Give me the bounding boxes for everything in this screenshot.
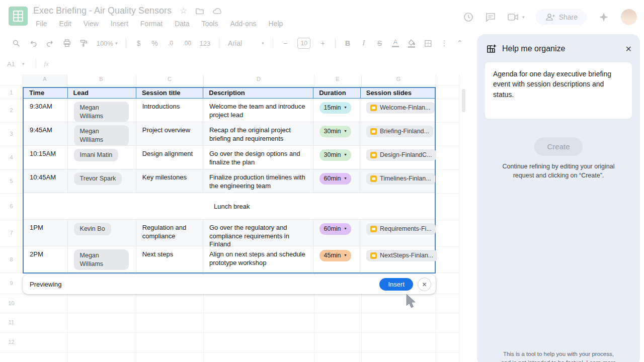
table-header-cell[interactable]: Session title: [136, 88, 203, 98]
slides-file-name: Briefing-Finland...: [380, 127, 429, 136]
session-title-cell: Project overview: [136, 122, 203, 145]
time-cell: 2PM: [24, 246, 68, 273]
refine-hint: Continue refining by editing your origin…: [495, 162, 622, 180]
table-header-cell[interactable]: Lead: [68, 88, 136, 98]
time-cell: 10:15AM: [24, 146, 68, 169]
duration-value: 60min: [324, 225, 341, 233]
slides-cell: Welcome-Finlan...: [360, 99, 435, 122]
create-button[interactable]: Create: [534, 137, 582, 156]
slides-cell: Design-FinlandC...: [360, 146, 435, 169]
slides-file-name: Design-FinlandC...: [380, 151, 432, 159]
table-header-cell[interactable]: Description: [203, 88, 313, 98]
description-cell: Welcome the team and introduce project l…: [203, 99, 313, 122]
person-chip[interactable]: Trevor Spark: [74, 172, 122, 185]
person-chip[interactable]: Megan Williams: [74, 102, 129, 122]
lead-cell: Imani Matin: [68, 146, 136, 169]
slides-file-name: Requirements-Fi...: [380, 225, 432, 233]
duration-dropdown-chip[interactable]: 30min▾: [319, 126, 351, 137]
lunch-break-cell: Lunch break: [24, 193, 435, 219]
person-chip[interactable]: Megan Williams: [74, 125, 129, 146]
table-row: 9:30AMMegan WilliamsIntroductionsWelcome…: [24, 99, 435, 122]
duration-cell: 30min▾: [313, 146, 361, 169]
duration-dropdown-chip[interactable]: 15min▾: [319, 102, 351, 114]
chevron-down-icon: ▾: [345, 104, 347, 112]
duration-dropdown-chip[interactable]: 45min▾: [319, 250, 351, 261]
duration-value: 45min: [324, 251, 341, 260]
slides-file-chip[interactable]: Design-FinlandC...: [366, 149, 436, 161]
duration-cell: 45min▾: [313, 246, 361, 273]
panel-close-button[interactable]: ✕: [625, 44, 632, 54]
chevron-down-icon: ▾: [345, 174, 347, 183]
previewing-label: Previewing: [30, 281, 62, 288]
panel-title: Help me organize: [502, 44, 565, 53]
insert-button[interactable]: Insert: [379, 278, 413, 291]
slides-file-name: Timelines-Finlan...: [380, 174, 431, 183]
table-header-cell[interactable]: Session slides: [361, 88, 435, 98]
duration-cell: 30min▾: [313, 122, 361, 145]
session-title-cell: Next steps: [136, 246, 203, 273]
chevron-down-icon: ▾: [345, 127, 347, 136]
help-me-organize-panel: Help me organize ✕ Agenda for one day ex…: [477, 34, 640, 362]
google-slides-icon: [370, 226, 377, 232]
google-slides-icon: [370, 105, 377, 111]
duration-value: 60min: [324, 174, 341, 183]
time-cell: 9:30AM: [24, 99, 68, 122]
slides-file-chip[interactable]: NextSteps-Finlan...: [366, 250, 437, 261]
lead-cell: Megan Williams: [68, 122, 136, 145]
description-cell: Recap of the original project briefing a…: [203, 122, 313, 145]
table-header-row: TimeLeadSession titleDescriptionDuration…: [24, 88, 435, 99]
slides-file-name: NextSteps-Finlan...: [380, 251, 433, 260]
table-row: 9:45AMMegan WilliamsProject overviewReca…: [24, 122, 435, 146]
google-slides-icon: [370, 128, 377, 135]
gridline: [436, 75, 436, 362]
session-title-cell: Introductions: [136, 99, 203, 122]
person-chip[interactable]: Kevin Bo: [74, 223, 111, 235]
lead-cell: Trevor Spark: [68, 169, 136, 193]
close-icon: ✕: [625, 45, 632, 53]
duration-dropdown-chip[interactable]: 30min▾: [319, 149, 351, 161]
slides-file-name: Welcome-Finlan...: [380, 104, 431, 112]
person-chip[interactable]: Megan Williams: [74, 249, 129, 270]
gridline: [459, 75, 459, 362]
session-title-cell: Regulation and compliance: [136, 220, 203, 246]
sheets-window: Exec Briefing - Air Quality Sensors ☆ Fi…: [0, 0, 644, 362]
slides-file-chip[interactable]: Welcome-Finlan...: [366, 102, 435, 114]
dismiss-preview-button[interactable]: ✕: [418, 278, 431, 291]
learn-more-link[interactable]: Learn more: [586, 359, 616, 362]
table-header-cell[interactable]: Time: [24, 88, 68, 98]
slides-cell: Briefing-Finland...: [360, 122, 435, 145]
agenda-preview-table: TimeLeadSession titleDescriptionDuration…: [23, 87, 436, 274]
slides-cell: NextSteps-Finlan...: [360, 246, 435, 273]
lead-cell: Kevin Bo: [68, 220, 136, 246]
google-slides-icon: [370, 175, 377, 182]
chevron-down-icon: ▾: [345, 225, 347, 233]
help-me-organize-icon: [486, 43, 497, 54]
chevron-down-icon: ▾: [345, 151, 347, 159]
duration-cell: 15min▾: [313, 99, 361, 122]
prompt-textarea[interactable]: Agenda for one day executive briefing ev…: [485, 62, 632, 119]
duration-cell: 60min▾: [313, 169, 361, 193]
session-title-cell: Key milestones: [136, 169, 203, 193]
lead-cell: Megan Williams: [68, 99, 136, 122]
description-cell: Finalize production timelines with the e…: [203, 169, 313, 193]
slides-cell: Requirements-Fi...: [360, 220, 435, 246]
duration-dropdown-chip[interactable]: 60min▾: [319, 173, 351, 185]
table-row: 2PMMegan WilliamsNext stepsAlign on next…: [24, 246, 435, 273]
table-header-cell[interactable]: Duration: [313, 88, 361, 98]
description-cell: Align on next steps and schedule prototy…: [203, 246, 313, 273]
duration-value: 15min: [324, 104, 341, 112]
chevron-down-icon: ▾: [345, 251, 347, 260]
person-chip[interactable]: Imani Matin: [74, 149, 119, 161]
gridline: [0, 332, 459, 333]
table-row: 10:45AMTrevor SparkKey milestonesFinaliz…: [24, 169, 435, 193]
slides-file-chip[interactable]: Timelines-Finlan...: [366, 173, 435, 185]
slides-file-chip[interactable]: Briefing-Finland...: [366, 126, 433, 137]
time-cell: 10:45AM: [24, 169, 68, 193]
google-slides-icon: [370, 152, 377, 158]
table-row: 1PMKevin BoRegulation and complianceGo o…: [24, 220, 435, 246]
duration-dropdown-chip[interactable]: 60min▾: [319, 223, 351, 235]
table-row: 10:15AMImani MatinDesign alignmentGo ove…: [24, 146, 435, 169]
previewing-bar: Previewing Insert ✕: [23, 275, 436, 294]
slides-file-chip[interactable]: Requirements-Fi...: [366, 223, 436, 235]
time-cell: 1PM: [24, 220, 68, 246]
